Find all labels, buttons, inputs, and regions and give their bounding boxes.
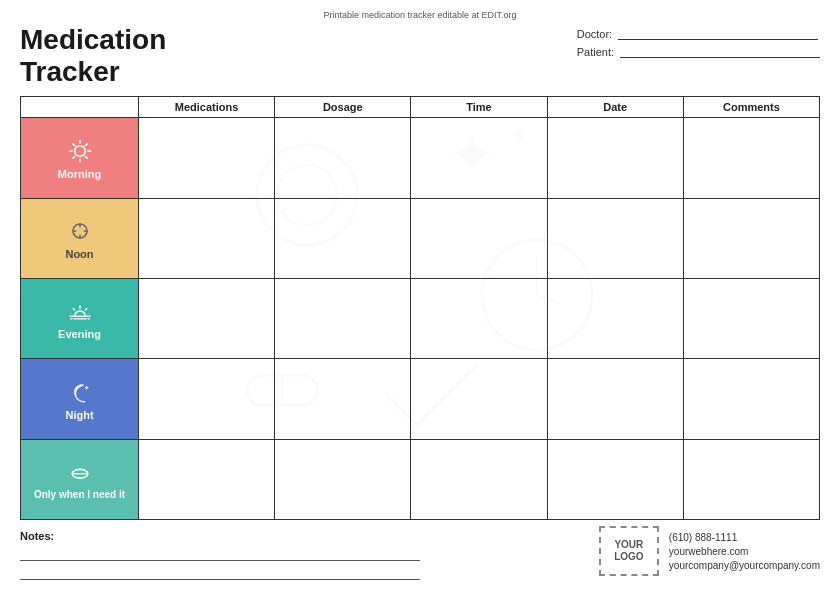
noon-comments[interactable]	[684, 199, 820, 278]
row-night: ✦ ✦ Night	[21, 359, 820, 439]
footer-right: YOUR LOGO (610) 888-1111 yourwebhere.com…	[599, 526, 820, 576]
phone: (610) 888-1111	[669, 532, 820, 543]
notes-lines	[20, 548, 599, 580]
evening-medications[interactable]	[139, 279, 275, 358]
notes-line-1[interactable]	[20, 548, 420, 561]
evening-time[interactable]	[411, 279, 547, 358]
row-noon: Noon	[21, 199, 820, 279]
noon-time[interactable]	[411, 199, 547, 278]
col-time: Time	[411, 97, 547, 117]
table-body: Morning Noon	[21, 118, 820, 520]
col-medications: Medications	[139, 97, 275, 117]
only-when-dosage[interactable]	[275, 440, 411, 519]
morning-icon	[66, 137, 94, 165]
header: Medication Tracker Doctor: Patient:	[20, 24, 820, 88]
morning-comments[interactable]	[684, 118, 820, 197]
svg-line-14	[72, 143, 74, 145]
patient-field: Patient:	[577, 46, 820, 58]
doctor-patient-fields: Doctor: Patient:	[577, 24, 820, 58]
night-date[interactable]	[548, 359, 684, 438]
morning-time[interactable]	[411, 118, 547, 197]
row-evening: Evening	[21, 279, 820, 359]
row-label-evening: Evening	[21, 279, 139, 358]
night-time[interactable]	[411, 359, 547, 438]
svg-line-25	[73, 309, 75, 311]
notes-line-2[interactable]	[20, 567, 420, 580]
evening-icon	[66, 297, 94, 325]
email: yourcompany@yourcompany.com	[669, 560, 820, 571]
top-note: Printable medication tracker editable at…	[20, 10, 820, 20]
morning-date[interactable]	[548, 118, 684, 197]
svg-line-16	[85, 143, 87, 145]
morning-dosage[interactable]	[275, 118, 411, 197]
svg-point-9	[74, 145, 85, 156]
morning-medications[interactable]	[139, 118, 275, 197]
noon-date[interactable]	[548, 199, 684, 278]
row-morning: Morning	[21, 118, 820, 198]
only-when-medications[interactable]	[139, 440, 275, 519]
contact-info: (610) 888-1111 yourwebhere.com yourcompa…	[669, 532, 820, 571]
svg-text:✦: ✦	[83, 384, 88, 391]
svg-line-15	[85, 156, 87, 158]
row-only-when: Only when I need it	[21, 440, 820, 520]
row-label-night: ✦ ✦ Night	[21, 359, 139, 438]
svg-line-26	[85, 309, 87, 311]
notes-section: Notes:	[20, 526, 599, 580]
evening-comments[interactable]	[684, 279, 820, 358]
notes-label: Notes:	[20, 530, 54, 542]
only-when-date[interactable]	[548, 440, 684, 519]
night-medications[interactable]	[139, 359, 275, 438]
page-title: Medication Tracker	[20, 24, 166, 88]
evening-dosage[interactable]	[275, 279, 411, 358]
logo-box: YOUR LOGO	[599, 526, 659, 576]
row-label-noon: Noon	[21, 199, 139, 278]
website: yourwebhere.com	[669, 546, 820, 557]
noon-dosage[interactable]	[275, 199, 411, 278]
night-icon: ✦ ✦	[66, 378, 94, 406]
evening-date[interactable]	[548, 279, 684, 358]
svg-line-17	[72, 156, 74, 158]
night-comments[interactable]	[684, 359, 820, 438]
doctor-underline	[618, 28, 818, 40]
label-col-header	[21, 97, 139, 117]
footer: Notes: YOUR LOGO (610) 888-1111 yourwebh…	[20, 526, 820, 584]
row-label-only-when: Only when I need it	[21, 440, 139, 519]
doctor-field: Doctor:	[577, 28, 820, 40]
col-comments: Comments	[684, 97, 820, 117]
only-when-comments[interactable]	[684, 440, 820, 519]
noon-icon	[66, 217, 94, 245]
row-label-morning: Morning	[21, 118, 139, 197]
table-header-row: Medications Dosage Time Date Comments	[21, 97, 820, 118]
only-when-time[interactable]	[411, 440, 547, 519]
noon-medications[interactable]	[139, 199, 275, 278]
col-date: Date	[548, 97, 684, 117]
night-dosage[interactable]	[275, 359, 411, 438]
col-dosage: Dosage	[275, 97, 411, 117]
patient-underline	[620, 46, 820, 58]
tracker-table: Medications Dosage Time Date Comments	[20, 96, 820, 520]
pill-icon	[66, 458, 94, 486]
